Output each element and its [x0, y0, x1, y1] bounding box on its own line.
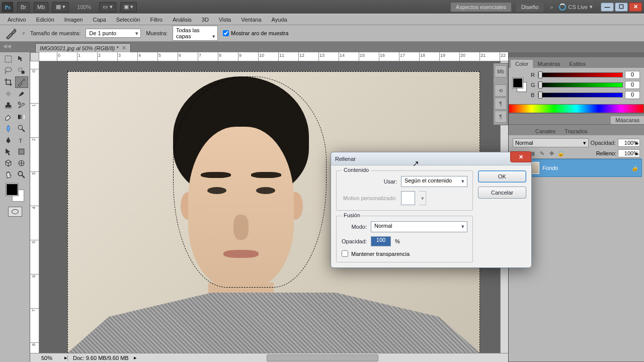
- hand-tool-icon[interactable]: [2, 169, 15, 180]
- r-slider[interactable]: [538, 72, 623, 77]
- svg-point-7: [18, 125, 23, 130]
- g-value[interactable]: 0: [625, 81, 640, 89]
- minibridge-icon[interactable]: Mb: [34, 2, 48, 12]
- sample-layers-select[interactable]: Todas las capas: [173, 26, 218, 41]
- zoom-tool-icon[interactable]: [15, 169, 28, 180]
- dock-history-icon[interactable]: ⟲: [495, 84, 507, 97]
- color-spectrum[interactable]: [509, 104, 644, 113]
- sample-size-select[interactable]: De 1 punto: [86, 29, 141, 38]
- current-tool-icon[interactable]: [5, 28, 17, 39]
- workspace-essentials-button[interactable]: Aspectos esenciales: [450, 2, 512, 12]
- fill-value[interactable]: 100%: [618, 149, 640, 157]
- content-legend: Contenido: [342, 167, 371, 173]
- quick-mask-icon[interactable]: [8, 207, 22, 217]
- menu-seleccion[interactable]: Selección: [112, 16, 145, 24]
- menu-capa[interactable]: Capa: [88, 16, 110, 24]
- brush-tool-icon[interactable]: [15, 88, 28, 100]
- mode-select[interactable]: Normal: [371, 221, 467, 232]
- dialog-close-button[interactable]: ✕: [510, 151, 531, 162]
- lasso-tool-icon[interactable]: [2, 65, 15, 76]
- menu-vista[interactable]: Vista: [214, 16, 235, 24]
- tab-paths[interactable]: Trazados: [560, 127, 592, 135]
- svg-rect-6: [18, 115, 25, 119]
- quick-select-tool-icon[interactable]: [15, 65, 28, 76]
- eraser-tool-icon[interactable]: [2, 111, 15, 123]
- pen-tool-icon[interactable]: [2, 134, 15, 146]
- workspace-design-button[interactable]: Diseño: [516, 2, 544, 12]
- blur-tool-icon[interactable]: [2, 123, 15, 134]
- dialog-titlebar[interactable]: Rellenar ✕: [331, 152, 531, 165]
- arrange-docs-icon[interactable]: ▭ ▾: [99, 2, 116, 12]
- dlg-opacity-input[interactable]: 100: [371, 236, 391, 246]
- close-button[interactable]: ✕: [629, 3, 642, 12]
- dodge-tool-icon[interactable]: [15, 123, 28, 134]
- scrollbar-horizontal[interactable]: [137, 354, 508, 361]
- document-tab[interactable]: IMG00021.jpg al 50% (RGB/8) * ✕: [35, 43, 131, 52]
- menu-analisis[interactable]: Análisis: [168, 16, 196, 24]
- history-brush-tool-icon[interactable]: [15, 100, 28, 111]
- zoom-level[interactable]: 100%: [73, 4, 95, 10]
- menu-3d[interactable]: 3D: [197, 16, 213, 24]
- type-tool-icon[interactable]: T: [15, 134, 28, 146]
- menu-ventana[interactable]: Ventana: [236, 16, 266, 24]
- preserve-trans-checkbox[interactable]: Mantener transparencia: [342, 250, 467, 257]
- color-preview[interactable]: [513, 78, 527, 92]
- tab-masks[interactable]: Máscaras: [611, 116, 644, 124]
- dock-character-icon[interactable]: ¶: [495, 111, 507, 123]
- blend-mode-select[interactable]: Normal: [513, 138, 589, 147]
- minimize-button[interactable]: —: [601, 3, 614, 12]
- ruler-vertical[interactable]: 012345678: [30, 61, 39, 353]
- gradient-tool-icon[interactable]: [15, 111, 28, 123]
- tab-channels[interactable]: Canales: [531, 127, 560, 135]
- menu-edicion[interactable]: Edición: [32, 16, 59, 24]
- menu-filtro[interactable]: Filtro: [145, 16, 167, 24]
- use-select[interactable]: Según el contenido: [401, 176, 467, 187]
- workspace-more-icon[interactable]: »: [548, 4, 555, 10]
- stamp-tool-icon[interactable]: [2, 100, 15, 111]
- dock-paragraph-icon[interactable]: ¶: [495, 98, 507, 110]
- close-tab-icon[interactable]: ✕: [122, 45, 126, 51]
- tab-swatches[interactable]: Muestras: [533, 60, 565, 68]
- crop-tool-icon[interactable]: [2, 76, 15, 88]
- svg-point-2: [22, 71, 25, 74]
- dock-minibridge-icon[interactable]: Mb: [495, 65, 507, 77]
- color-swatches[interactable]: [6, 184, 24, 202]
- opacity-value[interactable]: 100%: [618, 139, 640, 147]
- ok-button[interactable]: OK: [478, 170, 526, 183]
- b-value[interactable]: 0: [625, 91, 640, 99]
- g-slider[interactable]: [538, 82, 623, 87]
- b-slider[interactable]: [538, 93, 623, 98]
- bridge-icon[interactable]: Br: [17, 2, 30, 12]
- pattern-picker-icon: ▾: [419, 191, 426, 205]
- lock-move-icon[interactable]: ✥: [547, 149, 555, 157]
- tab-color[interactable]: Color: [511, 60, 533, 68]
- 3d-tool-icon[interactable]: [2, 157, 15, 169]
- tab-styles[interactable]: Estilos: [565, 60, 590, 68]
- screen-mode-icon[interactable]: ▣ ▾: [120, 2, 137, 12]
- tabbar-handle-icon[interactable]: ◀◀: [3, 43, 11, 49]
- heal-tool-icon[interactable]: [2, 88, 15, 100]
- menu-imagen[interactable]: Imagen: [60, 16, 88, 24]
- document-tab-bar: ◀◀ IMG00021.jpg al 50% (RGB/8) * ✕: [0, 42, 644, 52]
- path-select-tool-icon[interactable]: [2, 146, 15, 157]
- lock-all-icon[interactable]: 🔒: [557, 149, 565, 157]
- cancel-button[interactable]: Cancelar: [478, 187, 526, 199]
- ruler-horizontal[interactable]: 012345678910111213141516171819202122: [39, 52, 508, 61]
- 3d-camera-tool-icon[interactable]: [15, 157, 28, 169]
- shape-tool-icon[interactable]: [15, 146, 28, 157]
- status-zoom[interactable]: 50%: [39, 355, 64, 361]
- marquee-tool-icon[interactable]: [2, 53, 15, 65]
- foreground-color-swatch[interactable]: [6, 184, 18, 196]
- lock-paint-icon[interactable]: ✎: [538, 149, 546, 157]
- maximize-button[interactable]: ☐: [615, 3, 628, 12]
- eyedropper-tool-icon[interactable]: [15, 76, 28, 88]
- move-tool-icon[interactable]: [15, 53, 28, 65]
- ruler-origin[interactable]: [30, 52, 39, 61]
- show-ring-checkbox[interactable]: Mostrar aro de muestra: [223, 30, 288, 36]
- cslive-button[interactable]: CS Live ▾: [559, 4, 593, 11]
- menu-ayuda[interactable]: Ayuda: [267, 16, 292, 24]
- r-value[interactable]: 0: [625, 71, 640, 79]
- menu-archivo[interactable]: Archivo: [3, 16, 31, 24]
- status-doc-size[interactable]: Doc: 9.60 MB/9.60 MB: [67, 355, 134, 361]
- view-extras-icon[interactable]: ▦ ▾: [52, 2, 69, 12]
